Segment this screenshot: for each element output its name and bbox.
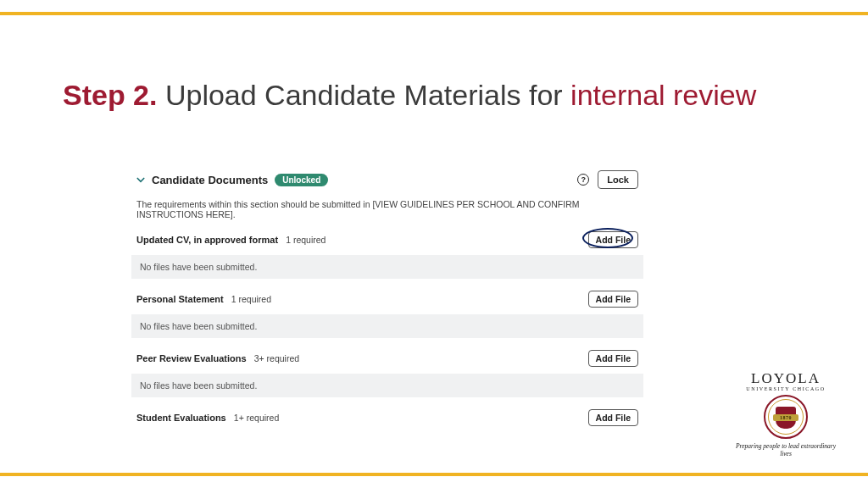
requirement-count: 1 required (286, 235, 326, 245)
logo-crest: 1870 (764, 395, 808, 439)
requirement-name: Peer Review Evaluations (136, 353, 247, 363)
chevron-down-icon[interactable] (135, 174, 147, 186)
heading-tail: internal review (570, 79, 756, 111)
heading-middle: Upload Candidate Materials for (157, 79, 570, 111)
status-badge: Unlocked (275, 174, 328, 186)
section-header: Candidate Documents Unlocked ? Lock (131, 167, 643, 194)
step-label: Step 2. (63, 79, 157, 111)
logo-subtext: UNIVERSITY CHICAGO (746, 386, 825, 391)
requirement-label: Updated CV, in approved format 1 require… (136, 235, 326, 245)
add-file-button[interactable]: Add File (588, 409, 638, 426)
bottom-accent-bar (0, 473, 868, 476)
requirement-count: 3+ required (254, 353, 299, 363)
add-file-button[interactable]: Add File (588, 231, 638, 248)
requirement-name: Student Evaluations (136, 413, 226, 423)
requirement-name: Updated CV, in approved format (136, 235, 278, 245)
crest-year: 1870 (780, 415, 792, 420)
section-title: Candidate Documents (152, 174, 268, 186)
requirement-name: Personal Statement (136, 294, 224, 304)
loyola-logo: LOYOLA UNIVERSITY CHICAGO 1870 Preparing… (731, 370, 841, 458)
candidate-documents-panel: Candidate Documents Unlocked ? Lock The … (131, 167, 643, 431)
help-icon[interactable]: ? (577, 174, 589, 186)
logo-tagline: Preparing people to lead extraordinary l… (731, 442, 841, 458)
requirement-count: 1 required (231, 294, 271, 304)
add-file-button[interactable]: Add File (588, 291, 638, 308)
requirement-row: Updated CV, in approved format 1 require… (131, 228, 643, 253)
requirement-label: Personal Statement 1 required (136, 294, 271, 304)
requirement-row: Peer Review Evaluations 3+ required Add … (131, 347, 643, 372)
requirement-label: Peer Review Evaluations 3+ required (136, 353, 299, 363)
requirement-row: Personal Statement 1 required Add File (131, 287, 643, 313)
requirement-row: Student Evaluations 1+ required Add File (131, 406, 643, 431)
logo-wordmark: LOYOLA (751, 370, 821, 387)
empty-state: No files have been submitted. (131, 255, 643, 279)
requirement-label: Student Evaluations 1+ required (136, 413, 279, 423)
section-header-right: ? Lock (577, 170, 638, 189)
requirement-count: 1+ required (234, 413, 279, 423)
empty-state: No files have been submitted. (131, 374, 643, 397)
top-accent-bar (0, 12, 868, 15)
lock-button[interactable]: Lock (598, 170, 638, 189)
page-title: Step 2. Upload Candidate Materials for i… (63, 76, 805, 115)
empty-state: No files have been submitted. (131, 314, 643, 338)
section-guidance: The requirements within this section sho… (131, 194, 643, 228)
add-file-button[interactable]: Add File (588, 350, 638, 367)
